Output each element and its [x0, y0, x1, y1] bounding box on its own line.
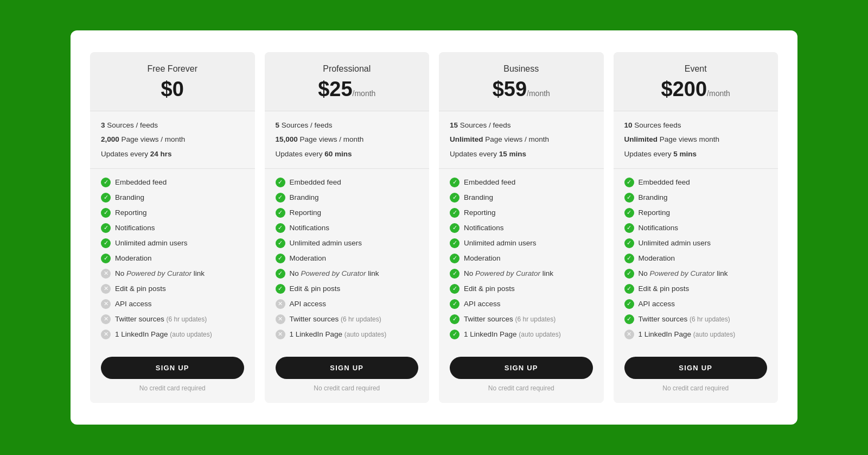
feature-item-event-1: ✓Branding — [624, 193, 768, 203]
feature-item-free-10: ✕1 LinkedIn Page (auto updates) — [101, 330, 244, 339]
signup-button-professional[interactable]: SIGN UP — [276, 357, 419, 379]
feature-text-professional-3: Notifications — [290, 223, 330, 233]
feature-item-professional-10: ✕1 LinkedIn Page (auto updates) — [276, 330, 419, 339]
cross-icon: ✕ — [101, 269, 111, 279]
plan-stat-business-1: Unlimited Page views / month — [450, 134, 593, 145]
feature-text-free-6: No Powered by Curator link — [115, 269, 205, 279]
plan-header-free: Free Forever$0 — [90, 52, 255, 111]
check-icon: ✓ — [101, 238, 111, 248]
check-icon: ✓ — [101, 193, 111, 203]
check-icon: ✓ — [450, 223, 459, 233]
feature-text-professional-5: Moderation — [290, 254, 327, 263]
check-icon: ✓ — [450, 193, 459, 203]
feature-text-event-10: 1 LinkedIn Page (auto updates) — [639, 330, 736, 339]
plan-stat-event-0: 10 Sources feeds — [624, 120, 768, 131]
check-icon: ✓ — [276, 254, 285, 263]
feature-text-professional-7: Edit & pin posts — [290, 284, 341, 294]
signup-button-event[interactable]: SIGN UP — [624, 357, 768, 379]
plan-stat-free-1: 2,000 Page views / month — [101, 134, 244, 145]
feature-item-professional-6: ✓No Powered by Curator link — [276, 269, 419, 279]
feature-text-free-0: Embedded feed — [115, 178, 167, 187]
feature-item-event-0: ✓Embedded feed — [624, 178, 768, 187]
plan-stats-event: 10 Sources feedsUnlimited Page views mon… — [614, 111, 778, 169]
feature-item-business-9: ✓Twitter sources (6 hr updates) — [450, 314, 593, 324]
feature-item-business-10: ✓1 LinkedIn Page (auto updates) — [450, 330, 593, 339]
cross-icon: ✕ — [276, 299, 285, 309]
feature-item-professional-8: ✕API access — [276, 299, 419, 309]
cross-icon: ✕ — [276, 330, 285, 339]
feature-text-free-9: Twitter sources (6 hr updates) — [115, 314, 207, 324]
feature-text-professional-6: No Powered by Curator link — [290, 269, 379, 279]
feature-item-free-3: ✓Notifications — [101, 223, 244, 233]
plans-grid: Free Forever$03 Sources / feeds2,000 Pag… — [90, 52, 778, 403]
plan-footer-professional: SIGN UPNo credit card required — [265, 348, 430, 403]
feature-item-free-8: ✕API access — [101, 299, 244, 309]
feature-item-business-0: ✓Embedded feed — [450, 178, 593, 187]
feature-item-business-8: ✓API access — [450, 299, 593, 309]
plan-stat-free-2: Updates every 24 hrs — [101, 149, 244, 160]
plan-stats-professional: 5 Sources / feeds15,000 Page views / mon… — [265, 111, 430, 169]
cross-icon: ✕ — [101, 314, 111, 324]
check-icon: ✓ — [276, 269, 285, 279]
check-icon: ✓ — [624, 254, 634, 263]
feature-item-free-5: ✓Moderation — [101, 254, 244, 263]
plan-card-free: Free Forever$03 Sources / feeds2,000 Pag… — [90, 52, 255, 403]
plan-features-free: ✓Embedded feed✓Branding✓Reporting✓Notifi… — [90, 169, 255, 348]
plan-stat-professional-1: 15,000 Page views / month — [276, 134, 419, 145]
feature-item-professional-3: ✓Notifications — [276, 223, 419, 233]
plan-price-event: $200/month — [624, 78, 768, 101]
check-icon: ✓ — [624, 269, 634, 279]
feature-item-event-2: ✓Reporting — [624, 208, 768, 218]
feature-item-professional-2: ✓Reporting — [276, 208, 419, 218]
check-icon: ✓ — [624, 178, 634, 187]
check-icon: ✓ — [624, 193, 634, 203]
feature-text-business-3: Notifications — [464, 223, 504, 233]
check-icon: ✓ — [450, 208, 459, 218]
plan-name-free: Free Forever — [101, 64, 244, 74]
feature-text-event-8: API access — [639, 299, 675, 309]
feature-item-free-1: ✓Branding — [101, 193, 244, 203]
check-icon: ✓ — [101, 223, 111, 233]
feature-item-business-3: ✓Notifications — [450, 223, 593, 233]
feature-text-business-9: Twitter sources (6 hr updates) — [464, 314, 556, 324]
plan-stat-event-1: Unlimited Page views month — [624, 134, 768, 145]
no-credit-free: No credit card required — [101, 384, 244, 392]
check-icon: ✓ — [276, 223, 285, 233]
feature-text-business-5: Moderation — [464, 254, 501, 263]
check-icon: ✓ — [450, 254, 459, 263]
feature-text-free-5: Moderation — [115, 254, 152, 263]
check-icon: ✓ — [276, 193, 285, 203]
feature-item-professional-4: ✓Unlimited admin users — [276, 238, 419, 248]
feature-item-event-8: ✓API access — [624, 299, 768, 309]
feature-item-professional-1: ✓Branding — [276, 193, 419, 203]
feature-item-free-0: ✓Embedded feed — [101, 178, 244, 187]
signup-button-business[interactable]: SIGN UP — [450, 357, 593, 379]
feature-text-event-1: Branding — [639, 193, 668, 203]
check-icon: ✓ — [450, 238, 459, 248]
plan-name-professional: Professional — [276, 64, 419, 74]
feature-text-business-4: Unlimited admin users — [464, 238, 537, 248]
plan-features-business: ✓Embedded feed✓Branding✓Reporting✓Notifi… — [439, 169, 604, 348]
feature-text-event-0: Embedded feed — [639, 178, 690, 187]
feature-item-event-7: ✓Edit & pin posts — [624, 284, 768, 294]
feature-text-business-2: Reporting — [464, 208, 496, 218]
signup-button-free[interactable]: SIGN UP — [101, 357, 244, 379]
feature-text-business-8: API access — [464, 299, 501, 309]
plan-price-business: $59/month — [450, 78, 593, 101]
check-icon: ✓ — [450, 314, 459, 324]
check-icon: ✓ — [450, 269, 459, 279]
feature-text-free-8: API access — [115, 299, 152, 309]
plan-features-professional: ✓Embedded feed✓Branding✓Reporting✓Notifi… — [265, 169, 430, 348]
feature-text-business-1: Branding — [464, 193, 493, 203]
feature-text-event-3: Notifications — [639, 223, 679, 233]
plan-footer-event: SIGN UPNo credit card required — [614, 348, 778, 403]
plan-stats-business: 15 Sources / feedsUnlimited Page views /… — [439, 111, 604, 169]
check-icon: ✓ — [624, 238, 634, 248]
feature-text-event-7: Edit & pin posts — [639, 284, 690, 294]
feature-text-professional-10: 1 LinkedIn Page (auto updates) — [290, 330, 387, 339]
check-icon: ✓ — [276, 284, 285, 294]
feature-text-event-4: Unlimited admin users — [639, 238, 711, 248]
feature-text-free-4: Unlimited admin users — [115, 238, 188, 248]
feature-text-event-6: No Powered by Curator link — [639, 269, 728, 279]
feature-text-free-2: Reporting — [115, 208, 147, 218]
